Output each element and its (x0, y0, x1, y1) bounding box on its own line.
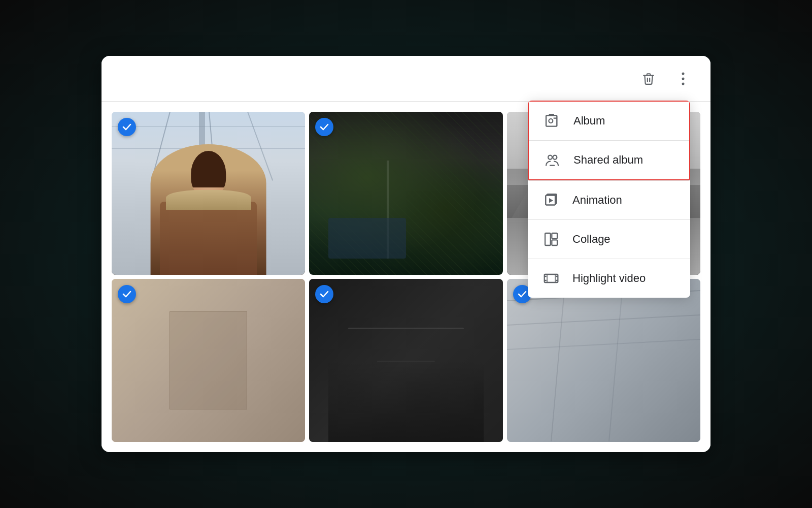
svg-rect-9 (549, 114, 554, 115)
svg-rect-21 (545, 274, 558, 282)
menu-item-collage-label: Collage (572, 233, 611, 246)
svg-rect-20 (552, 240, 557, 245)
menu-item-animation-label: Animation (572, 194, 622, 207)
svg-rect-19 (552, 233, 557, 239)
check-badge-1[interactable] (118, 118, 136, 136)
photo-bottom1-bg (112, 279, 305, 442)
animation-icon (542, 191, 560, 209)
svg-rect-24 (556, 276, 558, 277)
portrait-hair (191, 151, 226, 187)
menu-item-album[interactable]: Album (529, 102, 689, 140)
svg-rect-18 (545, 233, 551, 245)
menu-item-shared-album[interactable]: Shared album (529, 141, 689, 179)
photo-bottom2-bg (309, 279, 502, 442)
svg-rect-22 (545, 276, 547, 277)
svg-rect-8 (548, 115, 556, 116)
album-icon (543, 112, 561, 130)
highlight-video-icon (542, 269, 560, 288)
menu-item-collage[interactable]: Collage (528, 220, 690, 259)
collage-icon (542, 230, 560, 248)
photo-cell-1[interactable] (112, 112, 305, 275)
more-vert-icon (682, 72, 685, 85)
shared-album-icon (543, 151, 561, 169)
main-card: Album Shared album (101, 56, 710, 452)
svg-rect-25 (556, 280, 558, 281)
svg-rect-7 (546, 115, 557, 126)
photo-bottom3-bg (507, 279, 700, 442)
svg-point-12 (548, 155, 552, 160)
photo-portrait-bg (112, 112, 305, 275)
photo-cell-5[interactable] (309, 279, 502, 442)
svg-point-13 (553, 155, 557, 160)
menu-item-animation[interactable]: Animation (528, 181, 690, 219)
highlighted-menu-group: Album Shared album (528, 101, 690, 180)
header-icons (636, 67, 695, 91)
photo-aerial-bg (309, 112, 502, 275)
menu-item-highlight-video-label: Highlight video (572, 272, 646, 285)
menu-item-album-label: Album (573, 114, 605, 128)
svg-point-6 (682, 82, 685, 85)
photo-cell-6[interactable] (507, 279, 700, 442)
delete-button[interactable] (636, 67, 661, 91)
more-options-button[interactable] (671, 67, 695, 91)
menu-item-shared-album-label: Shared album (573, 153, 643, 167)
photo-cell-4[interactable] (112, 279, 305, 442)
photo-cell-2[interactable] (309, 112, 502, 275)
trash-icon (642, 72, 655, 85)
dropdown-menu: Album Shared album (528, 101, 690, 298)
svg-rect-23 (545, 280, 547, 281)
svg-point-4 (682, 72, 685, 75)
svg-point-10 (549, 119, 553, 123)
header-bar (101, 56, 710, 102)
menu-item-highlight-video[interactable]: Highlight video (528, 259, 690, 298)
svg-point-5 (682, 77, 685, 80)
check-badge-4[interactable] (118, 285, 136, 303)
